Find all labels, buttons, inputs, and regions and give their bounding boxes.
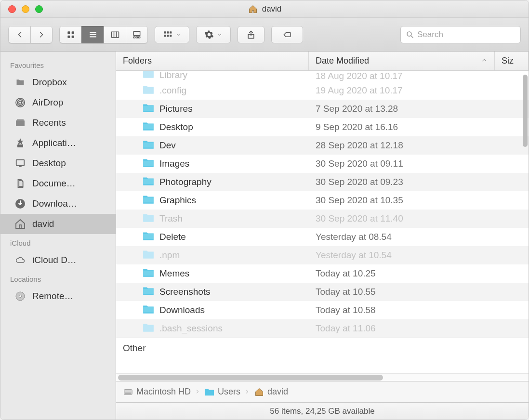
file-name: Library	[159, 71, 187, 80]
svg-point-24	[17, 100, 23, 105]
nav-buttons	[8, 26, 53, 43]
file-date: 19 Aug 2020 at 10.17	[309, 85, 529, 96]
path-separator-icon	[195, 387, 200, 397]
column-header-folders[interactable]: Folders	[116, 52, 309, 70]
vertical-scrollbar[interactable]	[523, 75, 528, 147]
group-header: Other	[116, 338, 529, 356]
file-row[interactable]: DownloadsToday at 10.58	[116, 301, 529, 319]
sidebar-item-label: AirDrop	[32, 97, 63, 108]
svg-rect-35	[124, 389, 132, 394]
path-segment[interactable]: Macintosh HD	[123, 387, 191, 397]
file-name: Photography	[159, 177, 212, 187]
sidebar-section-label: iCloud	[0, 234, 116, 250]
folder-icon	[142, 103, 155, 116]
svg-rect-12	[136, 37, 137, 38]
file-row[interactable]: Images30 Sep 2020 at 09.11	[116, 155, 529, 173]
horizontal-scrollbar-track[interactable]	[116, 373, 529, 381]
path-label: Users	[218, 387, 240, 397]
svg-rect-7	[111, 32, 119, 38]
sidebar-item-label: Desktop	[32, 158, 66, 169]
file-row[interactable]: Trash30 Sep 2020 at 11.40	[116, 210, 529, 228]
sidebar-item-icloudd[interactable]: iCloud D…	[0, 250, 116, 270]
path-bar: Macintosh HDUsersdavid	[116, 381, 529, 402]
folder-icon	[142, 84, 155, 97]
sidebar-item-label: Recents	[32, 118, 66, 128]
applications-icon	[14, 137, 26, 149]
path-segment[interactable]: Users	[204, 387, 240, 397]
list-view-button[interactable]	[81, 26, 104, 43]
share-button[interactable]	[238, 26, 264, 43]
minimize-window-button[interactable]	[22, 5, 29, 13]
sidebar-item-david[interactable]: david	[0, 214, 116, 234]
svg-rect-15	[167, 31, 169, 33]
svg-rect-27	[17, 119, 24, 120]
file-row[interactable]: .config19 Aug 2020 at 10.17	[116, 81, 529, 100]
column-header-label: Folders	[123, 56, 152, 66]
file-row[interactable]: Dev28 Sep 2020 at 12.18	[116, 136, 529, 155]
folder-icon	[142, 194, 155, 207]
svg-rect-2	[67, 35, 70, 38]
close-window-button[interactable]	[8, 5, 16, 13]
file-date: 30 Sep 2020 at 11.40	[309, 213, 529, 224]
path-segment[interactable]: david	[254, 387, 288, 397]
horizontal-scrollbar-thumb[interactable]	[118, 375, 383, 381]
file-row[interactable]: DeleteYesterday at 08.54	[116, 228, 529, 246]
svg-rect-32	[19, 225, 21, 228]
sidebar-item-airdrop[interactable]: AirDrop	[0, 92, 116, 113]
forward-button[interactable]	[30, 26, 53, 43]
column-header-label: Siz	[502, 56, 514, 66]
folder-icon	[204, 387, 215, 397]
action-menu-button[interactable]	[196, 26, 231, 43]
fullscreen-window-button[interactable]	[35, 5, 43, 13]
gallery-view-button[interactable]	[126, 26, 148, 43]
svg-rect-17	[164, 35, 166, 37]
folder-icon	[142, 322, 155, 335]
file-list[interactable]: Library18 Aug 2020 at 10.17.config19 Aug…	[116, 71, 529, 373]
column-view-button[interactable]	[104, 26, 126, 43]
search-input[interactable]	[417, 30, 516, 39]
file-row[interactable]: Library18 Aug 2020 at 10.17	[116, 71, 529, 81]
search-field[interactable]	[400, 26, 521, 43]
sidebar-item-label: Dropbox	[32, 77, 67, 88]
recents-icon	[14, 117, 26, 129]
svg-line-22	[411, 36, 413, 38]
main-content: Folders Date Modified Siz Library18 Aug …	[116, 52, 529, 420]
file-row[interactable]: ScreenshotsToday at 10.55	[116, 283, 529, 301]
sidebar-item-desktop[interactable]: Desktop	[0, 153, 116, 173]
column-header-size[interactable]: Siz	[495, 52, 529, 70]
svg-rect-11	[133, 37, 135, 38]
desktop-icon	[14, 157, 26, 170]
sidebar-item-recents[interactable]: Recents	[0, 113, 116, 133]
file-row[interactable]: Desktop9 Sep 2020 at 16.16	[116, 118, 529, 136]
file-row[interactable]: MemesToday at 10.25	[116, 264, 529, 283]
file-date: Today at 11.06	[309, 323, 529, 334]
sidebar-item-dropbox[interactable]: Dropbox	[0, 72, 116, 92]
sidebar-item-docume[interactable]: Docume…	[0, 173, 116, 194]
column-headers: Folders Date Modified Siz	[116, 52, 529, 71]
folder-icon	[142, 304, 155, 317]
tags-button[interactable]	[271, 26, 303, 43]
back-button[interactable]	[8, 26, 30, 43]
sidebar-item-downloa[interactable]: Downloa…	[0, 194, 116, 214]
folder-icon	[142, 176, 155, 189]
folder-icon	[142, 231, 155, 244]
file-row[interactable]: .bash_sessionsToday at 11.06	[116, 319, 529, 338]
column-header-date-modified[interactable]: Date Modified	[309, 52, 495, 70]
sidebar-item-label: Applicati…	[32, 138, 76, 148]
file-date: 30 Sep 2020 at 09.11	[309, 158, 529, 169]
column-header-label: Date Modified	[316, 56, 369, 66]
file-row[interactable]: Photography30 Sep 2020 at 09.23	[116, 173, 529, 191]
view-mode-buttons	[59, 26, 148, 43]
sidebar-item-applicati[interactable]: Applicati…	[0, 133, 116, 153]
file-row[interactable]: .npmYesterday at 10.54	[116, 246, 529, 264]
file-row[interactable]: Pictures7 Sep 2020 at 13.28	[116, 100, 529, 118]
toolbar	[0, 18, 529, 52]
file-row[interactable]: Graphics30 Sep 2020 at 10.35	[116, 191, 529, 210]
file-name: Desktop	[159, 122, 193, 132]
file-name: .bash_sessions	[159, 323, 223, 334]
group-by-button[interactable]	[155, 26, 189, 43]
svg-rect-0	[67, 31, 70, 34]
sidebar-item-remote[interactable]: Remote…	[0, 286, 116, 306]
icon-view-button[interactable]	[59, 26, 81, 43]
file-name: Pictures	[159, 104, 193, 114]
